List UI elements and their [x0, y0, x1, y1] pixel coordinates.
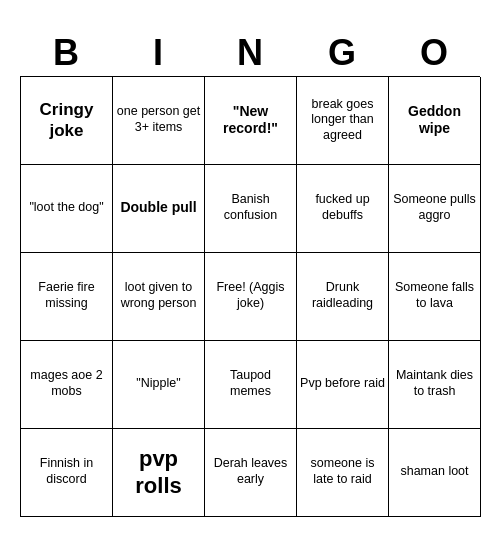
bingo-cell: Maintank dies to trash — [389, 341, 481, 429]
bingo-cell: Finnish in discord — [21, 429, 113, 517]
bingo-cell: Geddon wipe — [389, 77, 481, 165]
bingo-grid: Cringy jokeone person get 3+ items"New r… — [20, 76, 480, 517]
bingo-header: BINGO — [20, 28, 480, 76]
header-letter: N — [208, 32, 292, 74]
header-letter: G — [300, 32, 384, 74]
header-letter: B — [24, 32, 108, 74]
header-letter: I — [116, 32, 200, 74]
bingo-cell: Free! (Aggis joke) — [205, 253, 297, 341]
bingo-cell: Faerie fire missing — [21, 253, 113, 341]
bingo-cell: "New record!" — [205, 77, 297, 165]
bingo-cell: loot given to wrong person — [113, 253, 205, 341]
bingo-cell: Double pull — [113, 165, 205, 253]
bingo-cell: "Nipple" — [113, 341, 205, 429]
bingo-cell: shaman loot — [389, 429, 481, 517]
header-letter: O — [392, 32, 476, 74]
bingo-cell: Banish confusion — [205, 165, 297, 253]
bingo-cell: Someone falls to lava — [389, 253, 481, 341]
bingo-cell: Cringy joke — [21, 77, 113, 165]
bingo-cell: someone is late to raid — [297, 429, 389, 517]
bingo-cell: Derah leaves early — [205, 429, 297, 517]
bingo-cell: Someone pulls aggro — [389, 165, 481, 253]
bingo-cell: Pvp before raid — [297, 341, 389, 429]
bingo-cell: pvp rolls — [113, 429, 205, 517]
bingo-cell: Taupod memes — [205, 341, 297, 429]
bingo-cell: "loot the dog" — [21, 165, 113, 253]
bingo-cell: one person get 3+ items — [113, 77, 205, 165]
bingo-cell: mages aoe 2 mobs — [21, 341, 113, 429]
bingo-card: BINGO Cringy jokeone person get 3+ items… — [20, 28, 480, 517]
bingo-cell: break goes longer than agreed — [297, 77, 389, 165]
bingo-cell: Drunk raidleading — [297, 253, 389, 341]
bingo-cell: fucked up debuffs — [297, 165, 389, 253]
